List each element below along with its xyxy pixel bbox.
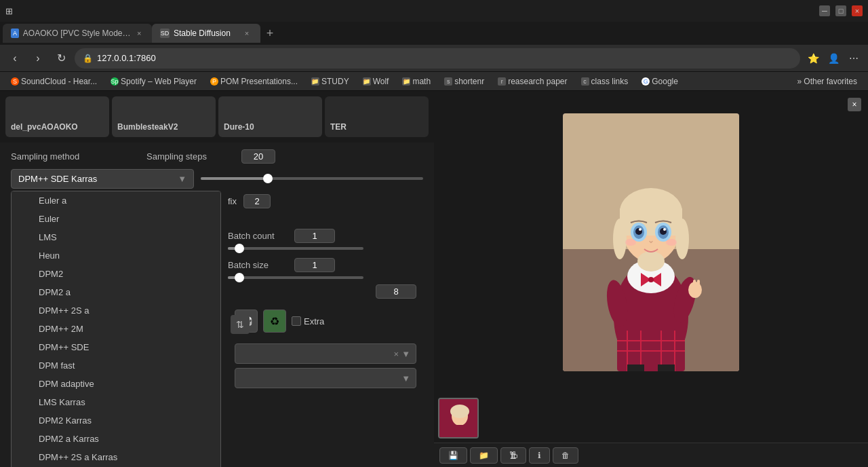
batch-size-value[interactable]: 1 bbox=[294, 258, 335, 272]
sampling-steps-value[interactable]: 20 bbox=[241, 149, 275, 164]
chevron-down-icon[interactable]: ▼ bbox=[401, 349, 410, 359]
bookmark-label: POM Presentations... bbox=[220, 77, 298, 86]
extra-value[interactable]: 8 bbox=[376, 284, 416, 299]
slider-thumb[interactable] bbox=[235, 244, 244, 253]
dropdown-item-lms[interactable]: LMS bbox=[12, 228, 220, 246]
info-button[interactable]: ℹ bbox=[529, 447, 550, 464]
dropdown-item-euler-a[interactable]: Euler a bbox=[12, 191, 220, 210]
bookmark-soundcloud[interactable]: S SoundCloud - Hear... bbox=[5, 75, 102, 88]
model-card-3[interactable]: TER bbox=[325, 96, 429, 137]
dropdown-item-dpmpp2m[interactable]: DPM++ 2M bbox=[12, 320, 220, 338]
more-icon: » bbox=[797, 77, 802, 86]
dropdown-item-dpmpp2sa[interactable]: DPM++ 2S a bbox=[12, 301, 220, 320]
sampling-method-dropdown[interactable]: DPM++ SDE Karras ▼ Euler a Euler bbox=[11, 169, 194, 189]
dropdown-item-euler[interactable]: Euler bbox=[12, 210, 220, 228]
bookmark-math[interactable]: 📁 math bbox=[397, 75, 436, 88]
window-controls[interactable]: ─ □ × bbox=[819, 5, 863, 16]
extra-checkbox[interactable] bbox=[292, 316, 301, 326]
item-label: Euler a bbox=[39, 195, 66, 206]
shortenr-icon: s bbox=[444, 77, 452, 86]
tab-stable-diffusion[interactable]: SD Stable Diffusion × bbox=[152, 24, 260, 43]
fix-value-1[interactable]: 2 bbox=[243, 194, 271, 208]
slider-thumb[interactable] bbox=[263, 174, 273, 183]
thumbnail-0[interactable] bbox=[438, 398, 479, 438]
close-icon[interactable]: × bbox=[848, 98, 861, 111]
batch-size-slider[interactable] bbox=[228, 276, 363, 279]
bookmark-class[interactable]: c class links bbox=[576, 75, 634, 88]
model-card-0[interactable]: del_pvcAOAOKO bbox=[5, 96, 109, 137]
sampling-method-label: Sampling method bbox=[11, 151, 106, 162]
resize-button[interactable]: ⇅ bbox=[231, 315, 250, 334]
dropdown-item-dpm2karras[interactable]: DPM2 Karras bbox=[12, 411, 220, 430]
profile-icon[interactable]: 👤 bbox=[825, 50, 842, 67]
sampling-section: Sampling method Sampling steps 20 DPM++ … bbox=[0, 143, 434, 395]
bookmark-spotify[interactable]: Sp Spotify – Web Player bbox=[105, 75, 202, 88]
nav-bar: ‹ › ↻ 🔒 127.0.0.1:7860 ⭐ 👤 ⋯ bbox=[0, 45, 868, 72]
svg-rect-20 bbox=[620, 208, 682, 236]
dropdown-item-dpm2a[interactable]: DPM2 a bbox=[12, 283, 220, 301]
recycle-button[interactable]: ♻ bbox=[263, 310, 286, 333]
minimize-button[interactable]: ─ bbox=[819, 5, 830, 16]
tab-close-aoaoko[interactable]: × bbox=[135, 28, 144, 39]
batch-count-value[interactable]: 1 bbox=[294, 229, 335, 243]
vae-dropdown[interactable]: ▼ bbox=[235, 368, 416, 388]
model-card-1[interactable]: BumblesteakV2 bbox=[112, 96, 216, 137]
dropdown-item-dpm2[interactable]: DPM2 bbox=[12, 265, 220, 283]
svg-point-31 bbox=[663, 228, 666, 231]
tab-close-sd[interactable]: × bbox=[241, 28, 252, 39]
batch-count-slider[interactable] bbox=[228, 247, 363, 250]
spotify-icon: Sp bbox=[111, 77, 119, 86]
tab-aoaoko[interactable]: A AOAOKO [PVC Style Model] - PV... × bbox=[3, 24, 152, 43]
tab-favicon-aoaoko: A bbox=[11, 29, 19, 38]
bookmark-google[interactable]: G Google bbox=[636, 75, 684, 88]
dropdown-item-dpmfast[interactable]: DPM fast bbox=[12, 356, 220, 375]
bookmark-research[interactable]: r reasearch paper bbox=[492, 75, 572, 88]
more-bookmarks[interactable]: » Other favorites bbox=[792, 75, 863, 88]
extensions-icon[interactable]: ⭐ bbox=[804, 50, 822, 67]
close-x-icon[interactable]: × bbox=[394, 349, 399, 359]
forward-button[interactable]: › bbox=[28, 49, 47, 68]
tab-label-sd: Stable Diffusion bbox=[174, 29, 231, 38]
bookmark-pom[interactable]: P POM Presentations... bbox=[205, 75, 303, 88]
bookmark-study[interactable]: 📁 STUDY bbox=[306, 75, 355, 88]
model-card-2[interactable]: Dure-10 bbox=[218, 96, 322, 137]
math-icon: 📁 bbox=[402, 77, 410, 86]
new-tab-button[interactable]: + bbox=[260, 24, 279, 43]
item-label: LMS Karras bbox=[39, 397, 85, 407]
item-label: DPM2 bbox=[39, 269, 63, 279]
slider-thumb[interactable] bbox=[235, 273, 244, 282]
svg-point-35 bbox=[625, 239, 636, 246]
save-button[interactable]: 💾 bbox=[439, 447, 467, 464]
menu-icon[interactable]: ⋯ bbox=[845, 50, 863, 67]
steps-slider[interactable] bbox=[201, 177, 423, 180]
chevron-down-icon[interactable]: ▼ bbox=[401, 373, 410, 384]
dropdown-item-heun[interactable]: Heun bbox=[12, 246, 220, 265]
dropdown-menu[interactable]: Euler a Euler LMS bbox=[11, 191, 221, 467]
dropdown-item-dpmpp2sakarras[interactable]: DPM++ 2S a Karras bbox=[12, 448, 220, 466]
image-close-button[interactable]: × bbox=[848, 98, 861, 111]
bookmark-wolf[interactable]: 📁 Wolf bbox=[357, 75, 395, 88]
extra-checkbox-wrap[interactable]: Extra bbox=[292, 316, 324, 326]
svg-point-21 bbox=[613, 219, 627, 259]
dropdown-item-dpmppsde[interactable]: DPM++ SDE bbox=[12, 338, 220, 356]
zip-button[interactable]: 🗜 bbox=[500, 447, 526, 464]
svg-rect-15 bbox=[658, 365, 675, 371]
bookmark-shortenr[interactable]: s shortenr bbox=[439, 75, 490, 88]
trash-button[interactable]: 🗑 bbox=[553, 447, 578, 464]
generated-image bbox=[563, 113, 739, 371]
close-button[interactable]: × bbox=[852, 5, 863, 16]
dropdown-item-dpmadaptive[interactable]: DPM adaptive bbox=[12, 375, 220, 393]
refresh-button[interactable]: ↻ bbox=[52, 49, 71, 68]
dropdown-wrapper: DPM++ SDE Karras ▼ Euler a Euler bbox=[11, 169, 194, 189]
bookmark-label: class links bbox=[591, 77, 629, 86]
dropdown-item-dpm2akarras[interactable]: DPM2 a Karras bbox=[12, 430, 220, 448]
dropdown-item-lmskarras[interactable]: LMS Karras bbox=[12, 393, 220, 411]
address-bar[interactable]: 🔒 127.0.0.1:7860 bbox=[75, 48, 800, 69]
dropdown-trigger[interactable]: DPM++ SDE Karras ▼ bbox=[11, 169, 194, 189]
tabs-bar: A AOAOKO [PVC Style Model] - PV... × SD … bbox=[0, 22, 868, 45]
maximize-button[interactable]: □ bbox=[835, 5, 846, 16]
folder-button[interactable]: 📁 bbox=[470, 447, 498, 464]
item-label: DPM++ SDE bbox=[39, 342, 89, 352]
model-dropdown[interactable]: × ▼ bbox=[235, 343, 416, 364]
back-button[interactable]: ‹ bbox=[5, 49, 24, 68]
